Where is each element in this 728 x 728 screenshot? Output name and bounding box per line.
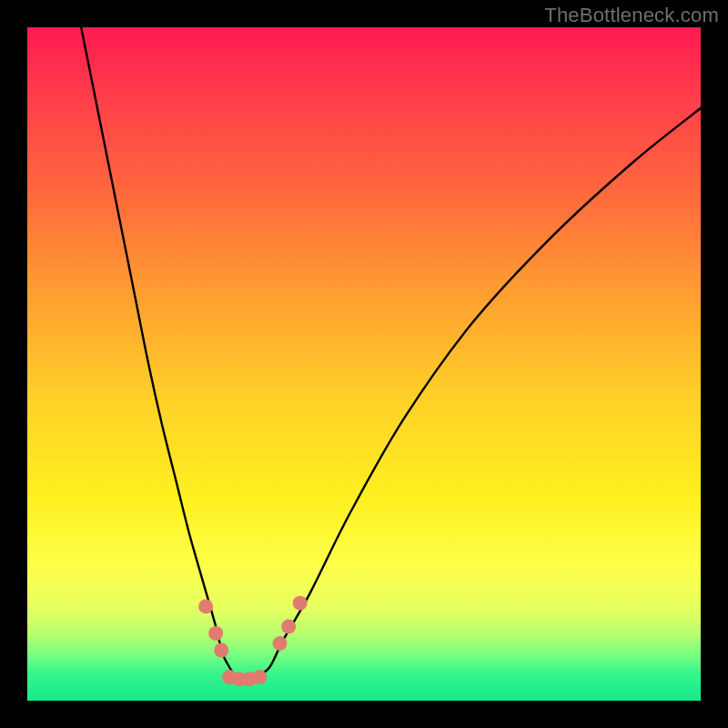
chart-svg bbox=[27, 27, 701, 701]
marker-dot bbox=[208, 626, 223, 641]
marker-dot bbox=[214, 643, 228, 658]
marker-dot bbox=[252, 670, 267, 684]
frame: TheBottleneck.com bbox=[0, 0, 728, 728]
marker-dot bbox=[273, 636, 288, 651]
marker-dot bbox=[293, 596, 308, 611]
watermark-text: TheBottleneck.com bbox=[544, 4, 719, 27]
plot-area bbox=[27, 27, 701, 701]
marker-dot bbox=[198, 599, 213, 613]
bottleneck-curve bbox=[81, 27, 701, 681]
marker-dot bbox=[281, 620, 296, 634]
